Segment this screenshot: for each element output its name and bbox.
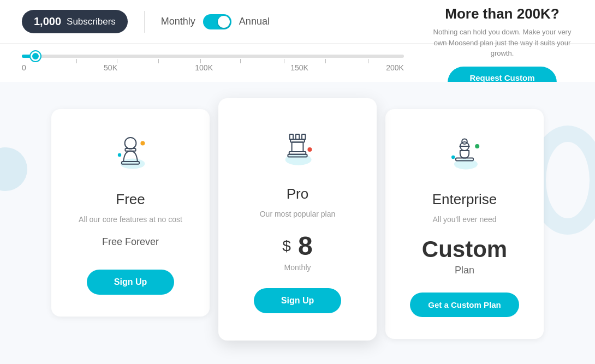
pro-signup-button[interactable]: Sign Up [254, 288, 341, 313]
deco-circle-left [0, 147, 27, 191]
free-signup-button[interactable]: Sign Up [87, 270, 174, 295]
billing-toggle-switch[interactable] [203, 14, 231, 29]
pro-plan-price: $ 8 [235, 231, 360, 261]
tick-50k [117, 59, 117, 63]
pricing-card-pro: Pro Our most popular plan $ 8 Monthly Si… [218, 98, 377, 341]
slider-labels: 0 50K 100K 150K 200K [22, 63, 404, 72]
pro-price-period: Monthly [235, 263, 360, 272]
pro-dollar-sign: $ [282, 237, 291, 255]
slider-label-50k: 50K [104, 63, 117, 72]
svg-point-17 [451, 156, 455, 159]
svg-rect-12 [292, 142, 304, 152]
tick-200k [368, 59, 368, 63]
svg-rect-10 [302, 134, 305, 140]
free-plan-subtitle: All our core features at no cost [68, 214, 193, 225]
tick-extra1 [76, 59, 77, 63]
tick-extra4 [325, 59, 326, 63]
slider-label-200k: 200K [386, 63, 404, 72]
slider-thumb[interactable] [31, 51, 40, 61]
free-plan-icon [106, 131, 155, 180]
subscribers-count: 1,000 [34, 15, 61, 28]
header-divider [144, 11, 145, 33]
svg-rect-8 [290, 134, 293, 140]
tick-extra3 [240, 59, 241, 63]
slider-container: 0 50K 100K 150K 200K [22, 55, 573, 72]
tick-150k [284, 59, 284, 63]
svg-rect-9 [296, 134, 299, 140]
svg-point-16 [475, 144, 479, 148]
slider-label-100k: 100K [195, 63, 213, 72]
svg-point-3 [125, 138, 136, 149]
pro-price-amount: 8 [298, 231, 313, 260]
custom-plan-title: More than 200K? [431, 5, 573, 22]
svg-point-7 [307, 147, 312, 152]
subscribers-label: Subscribers [67, 16, 116, 27]
free-plan-price: Free Forever [68, 236, 193, 248]
custom-plan-description: Nothing can hold you down. Make your ver… [431, 27, 573, 59]
pro-plan-icon [273, 126, 322, 175]
enterprise-plan-subtitle: All you'll ever need [402, 214, 527, 225]
pro-plan-subtitle: Our most popular plan [235, 209, 360, 220]
chess-bishop-svg [443, 131, 486, 175]
toggle-knob [218, 16, 230, 28]
pro-plan-title: Pro [235, 186, 360, 202]
svg-point-2 [118, 153, 121, 157]
billing-annual-label: Annual [239, 16, 270, 27]
tick-100k [200, 59, 201, 63]
enterprise-plan-title: Enterprise [402, 191, 527, 208]
header: 1,000 Subscribers Monthly Annual More th… [0, 0, 595, 44]
free-plan-title: Free [68, 191, 193, 208]
enterprise-price: Custom [402, 236, 527, 262]
svg-point-1 [140, 141, 145, 145]
chess-pawn-svg [109, 131, 152, 175]
pricing-cards-area: Free All our core features at no cost Fr… [0, 82, 595, 357]
subscribers-badge: 1,000 Subscribers [22, 10, 128, 33]
pricing-card-free: Free All our core features at no cost Fr… [51, 109, 210, 317]
slider-label-150k: 150K [290, 63, 308, 72]
slider-label-0: 0 [22, 63, 26, 72]
get-custom-plan-button[interactable]: Get a Custom Plan [410, 293, 519, 317]
enterprise-plan-icon [440, 131, 489, 180]
chess-rook-svg [276, 126, 319, 169]
enterprise-plan-word: Plan [402, 265, 527, 276]
pricing-card-enterprise: Enterprise All you'll ever need Custom P… [385, 109, 544, 339]
billing-toggle: Monthly Annual [161, 14, 270, 29]
slider-track[interactable] [22, 55, 404, 58]
tick-extra2 [158, 59, 159, 63]
billing-monthly-label: Monthly [161, 16, 195, 27]
